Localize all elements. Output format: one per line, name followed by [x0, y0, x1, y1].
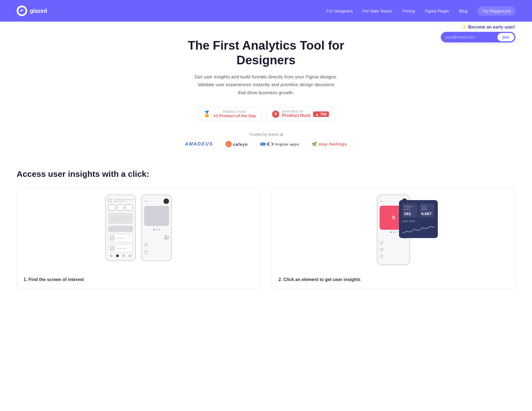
cafeyn-icon: C: [226, 141, 232, 147]
spark-icon: ✨: [461, 25, 467, 29]
ap-dot2: [393, 231, 394, 233]
nav-try-playground[interactable]: Try Playground: [477, 6, 515, 16]
unique-users-val: 162: [404, 211, 416, 216]
daily-clicks-chart: [402, 224, 434, 235]
ao-stats-row: Unique users 162 Total clicks 4.667: [402, 203, 434, 218]
wf2-li1: ♡: [144, 243, 169, 248]
heart-icon2: ♡: [128, 246, 132, 250]
step1-num: 1.: [24, 277, 27, 282]
ap-heart3: ♡: [380, 255, 383, 259]
wf2-heart1: ♡: [144, 243, 148, 248]
daily-clicks-label: Daily Clicks: [402, 220, 434, 223]
wf1-li1-icon: [109, 235, 115, 241]
badge2-text: FEATURED ON Product Hunt: [282, 110, 310, 118]
wf1-nav3: [126, 204, 133, 211]
ap-li2: ♡: [380, 247, 407, 253]
total-clicks-label: Total clicks: [421, 205, 433, 211]
badge1-text: PRODUCT HUNT #1 Product of the Day: [213, 110, 256, 118]
heart-icon: ♡: [128, 236, 132, 240]
wf1-text: [108, 213, 133, 224]
wf2-dot1: [154, 229, 155, 230]
total-clicks-val: 4.667: [421, 211, 433, 216]
cafeyn-logo: C cafeyn: [226, 141, 248, 147]
step1-mockup: ♡ ♡: [24, 195, 254, 272]
hero-title: The First Analytics Tool for Designers: [169, 38, 363, 68]
ph-count: ▲ 750: [313, 111, 329, 117]
wireframe2: ← ▶: [141, 195, 172, 261]
wf1-li2-line: [116, 248, 126, 249]
wf2-image: [144, 206, 169, 226]
badge2-main: Product Hunt: [282, 113, 310, 118]
wf2-heart2: ♡: [144, 250, 148, 255]
nav-for-designers[interactable]: For Designers: [327, 9, 353, 13]
wf1-nav2: [117, 204, 124, 211]
feelings-logo: 🌿 may feelings: [311, 142, 347, 147]
ap-heart1: ♡: [380, 241, 383, 246]
early-user-form: join: [441, 32, 515, 42]
ph-count-val: 750: [320, 112, 327, 116]
wf1-image: [108, 226, 133, 232]
svg-rect-2: [260, 142, 266, 146]
ap-li1: ♡: [380, 241, 407, 246]
product-of-day-badge[interactable]: 🏅 PRODUCT HUNT #1 Product of the Day: [198, 107, 261, 121]
trusted-logos: AMADEUS C cafeyn tingtao apps 🌿 may feel…: [6, 141, 526, 147]
wf1-bn3: [122, 254, 125, 257]
brand-name: glazed: [30, 8, 47, 14]
step2-mockup: ← 🖱 ▶: [278, 195, 508, 272]
badge1-main: #1 Product of the Day: [213, 113, 256, 118]
medal-icon: 🏅: [203, 111, 211, 118]
trusted-label: Trusted by teams at: [6, 132, 526, 137]
wf1-bn4: [129, 254, 131, 257]
play-icon: ▶: [164, 235, 169, 240]
wf2-close-icon: [163, 198, 169, 204]
badge-row: 🏅 PRODUCT HUNT #1 Product of the Day P F…: [6, 107, 526, 121]
wf1-header: [108, 198, 133, 202]
wf1-li1-line: [116, 238, 126, 239]
back-arrow-icon: ←: [144, 199, 149, 204]
wf1-avatar: [108, 198, 112, 202]
ap-heart2: ♡: [380, 248, 383, 252]
hero-subtitle: Get user insights and build funnels dire…: [194, 73, 338, 97]
email-input[interactable]: [445, 35, 495, 39]
nav-figma-plugin[interactable]: Figma Plugin: [425, 9, 449, 13]
upvote-arrow-icon: ▲: [315, 112, 319, 116]
access-section: Access user insights with a click:: [0, 169, 532, 306]
logo-icon: [17, 6, 27, 16]
total-clicks-box: Total clicks 4.667: [420, 203, 434, 218]
step1-card: ♡ ♡: [17, 188, 260, 289]
ap-dot3: [395, 231, 397, 233]
wf1-line2: [114, 201, 125, 202]
wf1-li2-icon: [109, 246, 115, 251]
svg-point-4: [269, 142, 272, 146]
wf1-line1: [114, 199, 133, 200]
wf1-nav: [108, 204, 133, 211]
featured-ph-badge[interactable]: P FEATURED ON Product Hunt ▲ 750: [267, 107, 334, 121]
badge1-top: PRODUCT HUNT: [213, 110, 256, 113]
wf1-bn1: [110, 254, 112, 257]
navbar: glazed For Designers For Data Teams Pric…: [0, 0, 532, 22]
early-user-banner: ✨ Become an early user! join: [441, 24, 515, 42]
hero-section: The First Analytics Tool for Designers G…: [0, 22, 532, 169]
svg-point-1: [21, 9, 23, 11]
wf1-nav1: [108, 204, 116, 211]
wf1-t3: [110, 220, 125, 221]
join-button[interactable]: join: [497, 33, 514, 41]
wf1-bn2: [116, 254, 119, 257]
nav-pricing[interactable]: Pricing: [402, 9, 415, 13]
brand-logo[interactable]: glazed: [17, 6, 47, 16]
chart-svg: [402, 224, 434, 235]
wf1-header-lines: [114, 199, 133, 202]
wf1-li1: ♡: [108, 234, 133, 242]
nav-links: For Designers For Data Teams Pricing Fig…: [327, 6, 515, 16]
wf2-dot3: [158, 229, 160, 230]
wf1-t1: [110, 216, 131, 217]
analytics-card-outer: ← 🖱 ▶: [377, 195, 410, 265]
access-cards: ♡ ♡: [17, 188, 515, 289]
tingtao-svg: [260, 141, 273, 147]
trusted-section: Trusted by teams at AMADEUS C cafeyn tin…: [6, 132, 526, 147]
nav-blog[interactable]: Blog: [459, 9, 467, 13]
wf1-li2: ♡: [108, 244, 133, 252]
access-title: Access user insights with a click:: [17, 169, 515, 179]
nav-for-data-teams[interactable]: For Data Teams: [363, 9, 392, 13]
ap-dot1: [390, 231, 392, 233]
